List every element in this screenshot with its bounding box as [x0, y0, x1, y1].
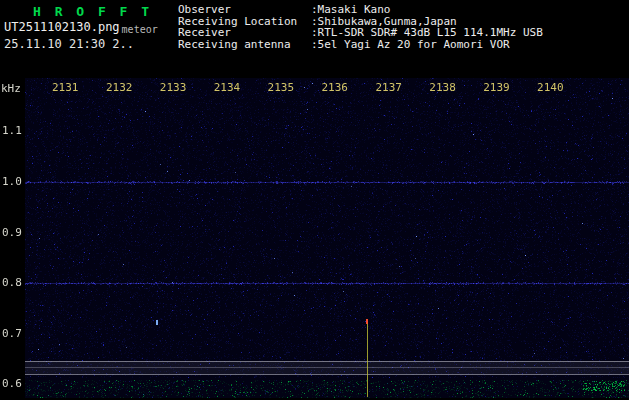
spectrogram-canvas: [0, 78, 629, 400]
info-value: :5el Yagi Az 20 for Aomori VOR: [311, 39, 510, 51]
info-value: :Masaki Kano: [311, 4, 390, 16]
time-label: 2140: [537, 81, 564, 94]
freq-label: 1.0: [2, 175, 22, 188]
time-label: 2132: [106, 81, 133, 94]
info-label: Receiver: [178, 27, 311, 39]
mode-label: meteor: [122, 24, 158, 35]
time-label: 2138: [429, 81, 456, 94]
time-label: 2135: [268, 81, 295, 94]
time-label: 2133: [160, 81, 187, 94]
freq-label: 0.8: [2, 276, 22, 289]
info-row: Receiver:RTL-SDR SDR# 43dB L15 114.1MHz …: [178, 27, 543, 39]
freq-label: 0.9: [2, 226, 22, 239]
freq-label: 1.1: [2, 124, 22, 137]
freq-label: 0.7: [2, 327, 22, 340]
time-label: 2131: [52, 81, 79, 94]
freq-label: 0.6: [2, 377, 22, 390]
time-label: 2134: [214, 81, 241, 94]
time-label: 2139: [483, 81, 510, 94]
output-filename: UT2511102130.pngmeteor: [4, 20, 158, 34]
info-value: :RTL-SDR SDR# 43dB L15 114.1MHz USB: [311, 27, 543, 39]
datetime-text: 25.11.10 21:30 2..: [4, 37, 134, 51]
time-label: 2137: [375, 81, 402, 94]
info-row: Observer:Masaki Kano: [178, 4, 543, 16]
time-label: 2136: [322, 81, 349, 94]
filename-text: UT2511102130.png: [4, 20, 120, 34]
info-label: Receiving antenna: [178, 39, 311, 51]
info-label: Observer: [178, 4, 311, 16]
header-info: Observer:Masaki KanoReceiving Location:S…: [178, 4, 543, 50]
hrofft-output-screen: H R O F F T UT2511102130.pngmeteor 25.11…: [0, 0, 629, 400]
freq-unit-label: kHz: [1, 82, 21, 95]
info-row: Receiving antenna:5el Yagi Az 20 for Aom…: [178, 39, 543, 51]
app-title: H R O F F T: [33, 4, 152, 19]
